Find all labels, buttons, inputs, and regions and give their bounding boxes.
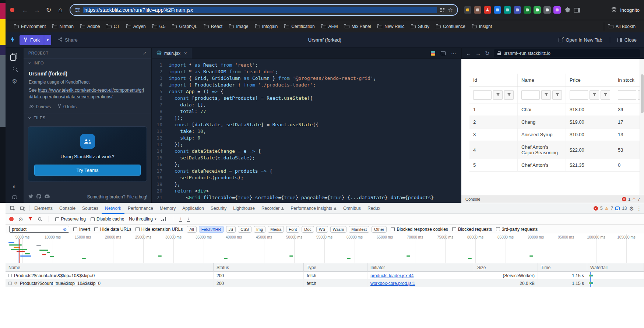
inspect-element-icon[interactable] xyxy=(8,206,18,211)
url-bar[interactable]: https://stackblitz.com/run/?file=app%2Fm… xyxy=(70,4,458,16)
window-close-button[interactable] xyxy=(10,8,14,12)
try-teams-button[interactable]: Try Teams xyxy=(34,165,141,176)
grid-filter-input[interactable] xyxy=(618,90,636,100)
side-panel-icon[interactable] xyxy=(574,8,580,13)
bug-report-text[interactable]: Something broken? File a bug! xyxy=(87,194,147,200)
bookmark-item[interactable]: Adyen xyxy=(123,22,149,31)
bookmark-item[interactable]: Confluence xyxy=(433,22,469,31)
filter-chip-fetchxhr[interactable]: Fetch/XHR xyxy=(199,226,224,233)
request-checkbox[interactable] xyxy=(8,282,12,285)
filter-button[interactable] xyxy=(590,90,599,100)
extension-icon[interactable] xyxy=(494,6,501,14)
filter-chip-wasm[interactable]: Wasm xyxy=(330,226,347,233)
import-har-icon[interactable]: ↑ xyxy=(179,216,182,222)
stackblitz-logo-icon[interactable] xyxy=(11,36,15,44)
grid-column-header[interactable]: Id xyxy=(469,74,518,87)
devtools-tab-elements[interactable]: Elements xyxy=(31,203,56,214)
grid-filter-input[interactable] xyxy=(473,90,492,100)
filter-chip-img[interactable]: Img xyxy=(254,226,265,233)
open-in-new-tab-button[interactable]: Open in New Tab xyxy=(556,37,605,43)
filter-chip-ws[interactable]: WS xyxy=(316,226,328,233)
column-header-status[interactable]: Status xyxy=(214,263,304,272)
feedback-comment-icon[interactable] xyxy=(12,195,17,199)
bookmark-item[interactable]: React xyxy=(201,22,226,31)
device-toolbar-icon[interactable] xyxy=(18,206,28,211)
twitter-icon[interactable] xyxy=(28,194,33,200)
preview-forward-icon[interactable]: → xyxy=(475,50,481,56)
network-request-row[interactable]: Products?$count=true&$top=10&$skip=0200f… xyxy=(6,272,644,279)
qr-code-icon[interactable] xyxy=(440,8,445,13)
filter-button[interactable] xyxy=(541,90,551,100)
grid-filter-input[interactable] xyxy=(570,90,588,100)
bookmark-item[interactable]: Insight xyxy=(469,22,495,31)
share-button[interactable]: Share xyxy=(56,37,80,43)
devtools-tab-performance[interactable]: Performance xyxy=(124,203,156,214)
network-overview-timeline[interactable]: 5000 ms10000 ms15000 ms20000 ms25000 ms3… xyxy=(6,234,644,263)
extension-icon[interactable] xyxy=(543,6,551,14)
extension-icon[interactable] xyxy=(524,6,531,14)
theme-contrast-icon[interactable]: ◐ xyxy=(13,183,16,190)
grid-row[interactable]: 1Chai$18.0039 xyxy=(469,103,644,116)
devtools-tab-sources[interactable]: Sources xyxy=(79,203,102,214)
bookmark-item[interactable]: Study xyxy=(408,22,433,31)
grid-row[interactable]: 4Chef Anton's Cajun Seasoning$22.0053 xyxy=(469,141,644,159)
extension-icon[interactable] xyxy=(504,6,511,14)
devtools-kebab-menu-icon[interactable]: ⋮ xyxy=(636,206,642,211)
tune-icon[interactable] xyxy=(75,7,80,13)
filter-chip-doc[interactable]: Doc xyxy=(302,226,314,233)
code-area[interactable]: 1import * as React from 'react';2import … xyxy=(152,59,461,203)
tab-main-jsx[interactable]: main.jsx × xyxy=(152,48,192,59)
bookmark-item[interactable]: Environment xyxy=(11,22,49,31)
warnings-icon[interactable]: ⚠ xyxy=(605,206,609,211)
devtools-tab-lighthouse[interactable]: Lighthouse xyxy=(230,203,258,214)
devtools-tab-console[interactable]: Console xyxy=(56,203,79,214)
bookmark-item[interactable]: Image xyxy=(226,22,251,31)
filter-menu-button[interactable] xyxy=(552,90,562,100)
github-icon[interactable] xyxy=(36,194,41,200)
request-checkbox[interactable] xyxy=(8,274,12,277)
scrollbar-thumb[interactable] xyxy=(641,74,644,113)
column-header-type[interactable]: Type xyxy=(304,263,367,272)
blocked-requests-checkbox[interactable]: Blocked requests xyxy=(452,227,492,232)
bookmark-star-icon[interactable]: ☆ xyxy=(448,7,453,13)
devtools-tab-omnibus[interactable]: Omnibus xyxy=(340,203,364,214)
all-bookmarks-button[interactable]: All Bookm xyxy=(604,22,639,31)
discord-icon[interactable] xyxy=(45,194,50,200)
open-project-icon[interactable]: ↗ xyxy=(142,50,147,56)
grid-column-header[interactable]: Price xyxy=(566,74,614,87)
extension-icon[interactable] xyxy=(534,6,541,14)
preview-url-bar[interactable]: ursnmf--run.stackblitz.io xyxy=(494,49,640,57)
filter-funnel-icon[interactable] xyxy=(28,217,33,221)
filter-chip-font[interactable]: Font xyxy=(286,226,299,233)
devtools-tab-recorder[interactable]: Recorder xyxy=(258,203,287,214)
hide-data-urls-checkbox[interactable]: Hide data URLs xyxy=(94,227,131,232)
grid-row[interactable]: 5Chef Anton's$21.350 xyxy=(469,159,644,172)
clear-network-log-icon[interactable]: ⊘ xyxy=(18,216,23,222)
export-har-icon[interactable]: ↓ xyxy=(187,216,190,222)
column-header-size[interactable]: Size xyxy=(474,263,538,272)
network-conditions-icon[interactable] xyxy=(161,217,166,221)
bookmark-item[interactable]: GraphQL xyxy=(169,22,200,31)
grid-row[interactable]: 2Chang$19.0017 xyxy=(469,116,644,128)
grid-row[interactable]: 3Aniseed Syrup$10.0013 xyxy=(469,128,644,141)
filter-menu-button[interactable] xyxy=(601,90,610,100)
filter-chip-manifest[interactable]: Manifest xyxy=(349,226,369,233)
reload-button[interactable]: ↻ xyxy=(43,6,54,14)
more-actions-icon[interactable]: ⋯ xyxy=(451,50,456,56)
bookmark-item[interactable]: CT xyxy=(103,22,123,31)
grid-scrollbar[interactable] xyxy=(640,59,644,195)
column-header-name[interactable]: Name xyxy=(6,263,214,272)
filter-chip-other[interactable]: Other xyxy=(372,226,387,233)
bookmark-item[interactable]: AEM xyxy=(318,22,341,31)
initiator-link[interactable]: products-loader.jsx:44 xyxy=(370,273,414,278)
prettier-format-icon[interactable] xyxy=(431,51,435,56)
filter-chip-media[interactable]: Media xyxy=(268,226,284,233)
extension-icon[interactable] xyxy=(553,6,561,14)
bookmark-item[interactable]: Certification xyxy=(281,22,318,31)
devtools-settings-gear-icon[interactable]: ⚙ xyxy=(629,206,634,211)
url-text[interactable]: https://stackblitz.com/run/?file=app%2Fm… xyxy=(83,7,437,13)
fork-button[interactable]: Fork ▾ xyxy=(20,35,51,45)
filter-chip-css[interactable]: CSS xyxy=(238,226,251,233)
preview-reload-icon[interactable]: ↻ xyxy=(485,50,490,57)
devtools-tab-security[interactable]: Security xyxy=(207,203,230,214)
